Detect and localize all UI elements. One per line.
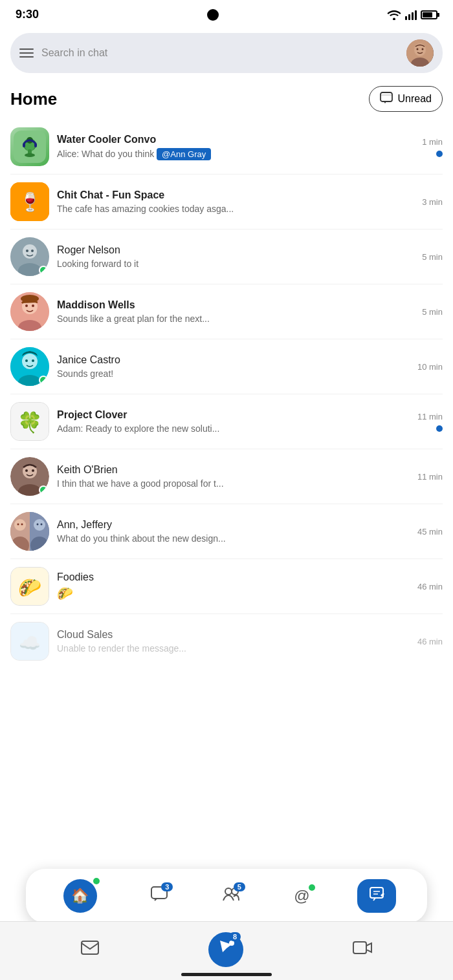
chit-chat-name: Chit Chat - Fun Space (57, 189, 414, 201)
nav-home[interactable]: 🏠 (57, 875, 104, 917)
keith-obrien-content: Keith O'Brien I thin that we have a good… (49, 464, 417, 489)
chat-item-water-cooler[interactable]: Water Cooler Convo Alice: What do you th… (10, 120, 443, 175)
project-clover-message: Adam: Ready to explore the new soluti... (57, 423, 316, 434)
teams-nav-badge: 5 (234, 882, 245, 891)
chat-tab-center: 8 (208, 932, 243, 967)
chit-chat-content: Chit Chat - Fun Space The cafe has amazi… (49, 189, 422, 214)
roger-nelson-name: Roger Nelson (57, 244, 414, 256)
mail-tab-icon (81, 941, 99, 959)
foodies-content: Foodies 🌮 (49, 571, 417, 601)
maddison-wells-avatar (10, 292, 49, 331)
video-tab-icon (353, 941, 372, 959)
svg-point-49 (34, 519, 45, 531)
nav-home-wrap: 🏠 (63, 879, 97, 913)
chit-chat-message: The cafe has amazing cookies today asga.… (57, 204, 316, 214)
home-nav-icon: 🏠 (71, 888, 89, 904)
roger-nelson-avatar (10, 237, 49, 276)
maddison-wells-name: Maddison Wells (57, 299, 414, 311)
cloud-sales-meta: 46 min (417, 637, 443, 646)
compose-button[interactable] (357, 879, 396, 913)
keith-obrien-name: Keith O'Brien (57, 464, 410, 476)
chit-chat-meta: 3 min (422, 197, 443, 207)
maddison-wells-message: Sounds like a great plan for the next... (57, 314, 316, 324)
chat-item-roger-nelson[interactable]: Roger Nelson Looking forward to it 5 min (10, 229, 443, 284)
janice-castro-content: Janice Castro Sounds great! (49, 354, 417, 379)
chat-item-keith-obrien[interactable]: Keith O'Brien I thin that we have a good… (10, 449, 443, 504)
chat-item-cloud-sales[interactable]: ☁️ Cloud Sales Unable to render the mess… (10, 614, 443, 668)
svg-rect-2 (412, 12, 414, 20)
chat-item-ann-jeffery[interactable]: Ann, Jeffery What do you think about the… (10, 504, 443, 559)
float-nav: 🏠 3 5 @ (26, 869, 427, 923)
chat-tab-badge: 8 (229, 932, 241, 941)
chat-item-janice-castro[interactable]: Janice Castro Sounds great! 10 min (10, 339, 443, 394)
project-clover-name: Project Clover (57, 409, 410, 421)
janice-castro-meta: 10 min (417, 362, 443, 372)
keith-obrien-time: 11 min (417, 472, 443, 482)
wifi-icon (387, 10, 401, 20)
menu-icon[interactable] (19, 48, 34, 58)
status-time: 9:30 (16, 8, 39, 21)
chat-item-maddison-wells[interactable]: Maddison Wells Sounds like a great plan … (10, 284, 443, 339)
water-cooler-avatar (10, 127, 49, 166)
unread-button[interactable]: Unread (369, 86, 443, 112)
bottom-tab-bar: 8 (0, 921, 453, 980)
svg-text:🍀: 🍀 (17, 410, 43, 434)
cloud-sales-content: Cloud Sales Unable to render the message… (49, 629, 417, 654)
ann-jeffery-content: Ann, Jeffery What do you think about the… (49, 519, 417, 544)
chat-item-chit-chat[interactable]: 🍷 Chit Chat - Fun Space The cafe has ama… (10, 175, 443, 229)
camera-indicator (207, 9, 219, 21)
svg-rect-65 (353, 942, 366, 953)
search-input[interactable]: Search in chat (41, 47, 399, 59)
foodies-message: 🌮 (57, 586, 316, 601)
svg-text:☁️: ☁️ (19, 632, 41, 654)
roger-nelson-time: 5 min (422, 252, 443, 262)
svg-point-41 (25, 469, 28, 472)
cloud-sales-name: Cloud Sales (57, 629, 410, 641)
cloud-sales-message: Unable to render the message... (57, 643, 316, 654)
user-avatar[interactable] (406, 39, 434, 67)
svg-point-52 (41, 524, 43, 526)
status-icons (387, 10, 437, 20)
foodies-avatar: 🌮 (10, 567, 49, 606)
water-cooler-time: 1 min (422, 137, 443, 147)
nav-teams[interactable]: 5 (215, 882, 247, 910)
svg-point-51 (37, 524, 39, 526)
search-bar[interactable]: Search in chat (10, 33, 443, 73)
keith-obrien-message: I thin that we have a good proposal for … (57, 478, 316, 489)
foodies-time: 46 min (417, 582, 443, 591)
water-cooler-message: Alice: What do you think @Ann Gray (57, 148, 316, 160)
chat-item-foodies[interactable]: 🌮 Foodies 🌮 46 min (10, 559, 443, 614)
home-nav-badge (93, 878, 100, 884)
unread-label: Unread (398, 93, 432, 105)
svg-point-24 (31, 250, 34, 252)
project-clover-meta: 11 min (417, 412, 443, 432)
svg-point-44 (14, 519, 26, 531)
chat-list: Water Cooler Convo Alice: What do you th… (0, 120, 453, 668)
chat-tab-icon (217, 939, 234, 960)
nav-mentions[interactable]: @ (287, 883, 316, 909)
svg-point-28 (25, 304, 28, 307)
foodies-name: Foodies (57, 571, 410, 583)
svg-rect-0 (405, 16, 407, 20)
svg-point-35 (32, 359, 34, 362)
maddison-wells-time: 5 min (422, 307, 443, 317)
svg-point-23 (26, 250, 28, 252)
tab-video[interactable] (342, 937, 382, 963)
chat-nav-badge: 3 (161, 882, 173, 891)
water-cooler-content: Water Cooler Convo Alice: What do you th… (49, 134, 422, 160)
svg-rect-16 (23, 143, 25, 147)
svg-rect-63 (82, 941, 98, 954)
chat-item-project-clover[interactable]: 🍀 Project Clover Adam: Ready to explore … (10, 394, 443, 449)
online-indicator (39, 485, 48, 495)
svg-point-42 (32, 469, 34, 472)
cloud-sales-time: 46 min (417, 637, 443, 646)
online-indicator (39, 266, 48, 275)
tab-chat[interactable]: 8 (198, 928, 254, 971)
nav-chat[interactable]: 3 (144, 882, 174, 910)
mentions-nav-badge (309, 884, 315, 891)
tab-mail[interactable] (71, 937, 109, 963)
mentions-nav-icon: @ (294, 887, 309, 905)
water-cooler-meta: 1 min (422, 137, 443, 157)
roger-nelson-meta: 5 min (422, 252, 443, 262)
svg-point-47 (21, 524, 23, 526)
